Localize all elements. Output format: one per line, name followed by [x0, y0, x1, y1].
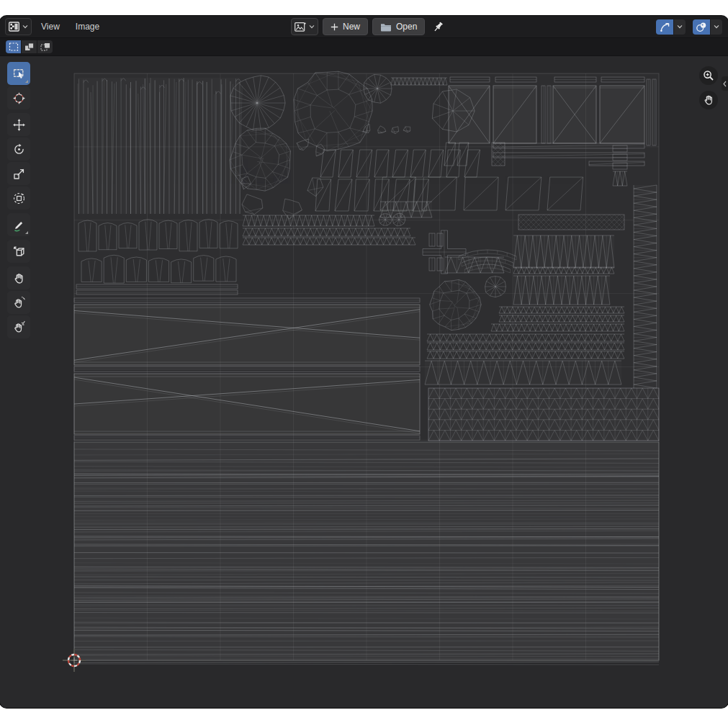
- tool-move-button[interactable]: [7, 113, 30, 136]
- navigation-gizmos: [699, 66, 718, 109]
- tool-annotate-button[interactable]: [7, 213, 30, 236]
- tool-scale-button[interactable]: [7, 162, 30, 185]
- cursor-icon: [12, 91, 26, 105]
- tool-group: [7, 266, 30, 338]
- proportional-falloff-button[interactable]: [656, 19, 673, 35]
- annotate-icon: [12, 218, 26, 232]
- editor-type-dropdown[interactable]: [5, 18, 32, 35]
- snap-settings-control: [693, 19, 722, 35]
- image-datablock-selector[interactable]: [291, 18, 318, 35]
- menu-image[interactable]: Image: [69, 19, 106, 35]
- editor-header: View Image: [0, 16, 728, 38]
- tool-transform-button[interactable]: [7, 187, 30, 210]
- move-icon: [12, 118, 26, 132]
- proportional-falloff-dropdown[interactable]: [674, 19, 686, 35]
- scale-icon: [12, 167, 26, 181]
- tool-cursor-button[interactable]: [7, 86, 30, 109]
- image-browse-icon: [295, 22, 306, 32]
- pin-icon[interactable]: [432, 21, 444, 33]
- chevron-down-icon: [714, 24, 719, 29]
- transform-icon: [12, 192, 26, 205]
- tool-select-box-button[interactable]: [7, 62, 30, 85]
- folder-icon: [380, 22, 392, 32]
- uv-canvas[interactable]: [0, 56, 728, 708]
- uv-editor-area: View Image: [0, 16, 728, 708]
- arc-arrow-icon: [660, 22, 670, 32]
- image-editor-icon: [9, 22, 20, 32]
- rotate-icon: [12, 143, 26, 156]
- new-image-label: New: [343, 22, 360, 32]
- open-image-label: Open: [396, 22, 417, 32]
- sidebar-collapse-tab[interactable]: [722, 76, 728, 91]
- proportional-falloff-control: [656, 19, 686, 35]
- snap-settings-dropdown[interactable]: [711, 19, 722, 35]
- magnifier-plus-icon: [703, 70, 714, 81]
- menu-view[interactable]: View: [35, 19, 66, 35]
- select-extend-icon: [24, 42, 35, 51]
- relax-icon: [12, 296, 26, 310]
- chevron-down-icon: [22, 24, 28, 29]
- tool-group: [7, 62, 30, 109]
- tool-group: [7, 113, 30, 210]
- tool-shelf: [7, 62, 30, 338]
- chevron-down-icon: [677, 24, 683, 29]
- select-subtract-icon: [40, 42, 50, 51]
- new-image-button[interactable]: New: [323, 18, 368, 35]
- select-mode-subtract-button[interactable]: [37, 40, 53, 53]
- tool-rotate-button[interactable]: [7, 138, 30, 161]
- open-image-button[interactable]: Open: [372, 18, 425, 35]
- zoom-gizmo-button[interactable]: [699, 66, 718, 85]
- select-set-icon: [9, 42, 19, 51]
- tool-settings-bar: [0, 38, 728, 56]
- screenshot-root: View Image: [0, 0, 728, 728]
- tool-group: [7, 240, 30, 263]
- chevron-down-icon: [309, 24, 315, 29]
- grab-icon: [12, 271, 26, 285]
- pinch-icon: [12, 320, 26, 334]
- snap-settings-button[interactable]: [693, 19, 710, 35]
- select-mode-extend-button[interactable]: [22, 40, 37, 53]
- hand-icon: [703, 94, 714, 106]
- tool-pinch-button[interactable]: [7, 315, 30, 338]
- plus-icon: [331, 23, 338, 31]
- uv-wireframe: [0, 56, 728, 708]
- tool-group: [7, 213, 30, 236]
- select-mode-set-button[interactable]: [6, 40, 21, 53]
- tool-rip-region-button[interactable]: [7, 240, 30, 263]
- chevron-left-icon: [723, 81, 727, 87]
- spheres-icon: [696, 22, 707, 32]
- select-box-icon: [12, 67, 26, 81]
- rip-region-icon: [12, 245, 26, 259]
- pan-gizmo-button[interactable]: [699, 91, 718, 109]
- tool-relax-button[interactable]: [7, 291, 30, 314]
- select-mode-group: [6, 40, 53, 53]
- tool-grab-button[interactable]: [7, 266, 30, 289]
